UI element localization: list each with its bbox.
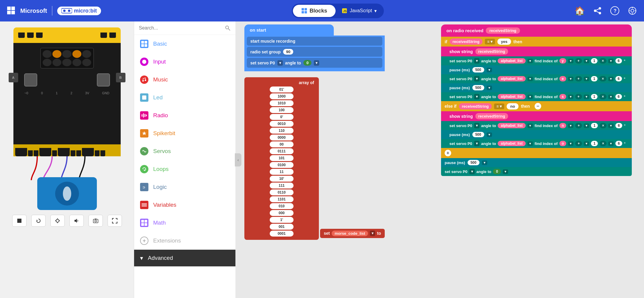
e-char-dropdown[interactable]: ▾ (568, 77, 573, 81)
o-mul-dropdown[interactable]: ▾ (608, 141, 614, 146)
n-char-dropdown[interactable]: ▾ (568, 123, 573, 128)
e-op-dropdown[interactable]: ▾ (584, 77, 589, 81)
start-muscle-block[interactable]: start muscle recording (247, 37, 382, 46)
s-mul-dropdown[interactable]: ▾ (608, 95, 614, 99)
radio-set-group-block[interactable]: radio set group 90 (247, 47, 382, 57)
n-op2-value[interactable]: 6 (615, 123, 622, 128)
s-op2-value[interactable]: 6 (615, 94, 622, 99)
pause-1-dropdown[interactable]: ▾ (487, 68, 492, 72)
settings-icon[interactable] (628, 6, 637, 15)
servo-block-s[interactable]: set servo P0 ▾ angle to alphabet_list ▾ … (441, 92, 632, 101)
pause-3-dropdown[interactable]: ▾ (487, 132, 492, 137)
sidebar-item-advanced[interactable]: ▾ Advanced (134, 250, 235, 266)
pause-val-4[interactable]: 500 (468, 160, 479, 165)
o-op1-value[interactable]: 1 (591, 141, 598, 146)
s-op-dropdown[interactable]: ▾ (584, 95, 589, 99)
screenshot-button[interactable] (89, 215, 103, 227)
angle-dropdown[interactable]: ▾ (314, 60, 319, 66)
p0-s-dropdown[interactable]: ▾ (474, 94, 479, 99)
s-op1-value[interactable]: 1 (591, 94, 598, 99)
sidebar-collapse-handle[interactable]: ‹ (235, 153, 241, 166)
button-b[interactable]: B (116, 73, 125, 82)
final-angle-dropdown[interactable]: ▾ (503, 169, 508, 174)
button-a[interactable]: A (9, 73, 18, 82)
o-op-dropdown[interactable]: ▾ (584, 141, 589, 146)
n-mul-dropdown[interactable]: ▾ (608, 123, 614, 128)
show-string-block-no[interactable]: show string receivedString (441, 111, 632, 121)
e-op1-value[interactable]: 1 (591, 76, 598, 81)
al-e-dropdown[interactable]: ▾ (527, 77, 533, 81)
al-o-dropdown[interactable]: ▾ (527, 141, 533, 146)
pause-2-dropdown[interactable]: ▾ (487, 86, 492, 90)
set-servo-block-start[interactable]: set servo P0 ▾ angle to 0 ▾ (247, 58, 382, 68)
n-op1-value[interactable]: 1 (591, 123, 598, 128)
servo-angle-value[interactable]: 0 (303, 60, 311, 66)
radio-group-value[interactable]: 90 (283, 49, 293, 55)
pause-block-4[interactable]: pause (ms) 500 ▾ (441, 158, 632, 167)
search-input[interactable] (139, 25, 222, 31)
restart-button[interactable] (31, 215, 46, 227)
else-if-op-dropdown[interactable]: = ▾ (494, 104, 504, 109)
sidebar-item-radio[interactable]: Radio (134, 106, 235, 124)
blocks-tab[interactable]: Blocks (293, 5, 336, 17)
pause-val-3[interactable]: 500 (472, 132, 484, 137)
fullscreen-button[interactable] (108, 215, 122, 227)
o-char-dropdown[interactable]: ▾ (568, 141, 573, 146)
sidebar-item-servos[interactable]: Servos (134, 142, 235, 160)
sidebar-item-logic[interactable]: ⊃ Logic (134, 178, 235, 196)
if-yes-value[interactable]: yes (497, 38, 511, 45)
if-op-dropdown[interactable]: = ▾ (485, 39, 495, 44)
y-mul-dropdown[interactable]: ▾ (608, 59, 614, 63)
else-if-minus-btn[interactable]: − (535, 103, 541, 109)
y-op2-value[interactable]: 6 (615, 58, 622, 64)
o-op2-value[interactable]: 6 (615, 141, 622, 146)
p0-n-dropdown[interactable]: ▾ (474, 123, 479, 128)
add-else-btn[interactable]: + (445, 150, 451, 156)
debug-button[interactable] (50, 215, 65, 227)
show-string-block-yes[interactable]: show string receivedString (441, 47, 632, 56)
p0-final-dropdown[interactable]: ▾ (469, 169, 475, 174)
set-morse-block[interactable]: set morse_code_list ▾ to (320, 229, 384, 238)
stop-button[interactable] (12, 215, 27, 227)
pause-4-dropdown[interactable]: ▾ (482, 160, 487, 165)
board-btn-left[interactable] (24, 73, 37, 87)
morse-dropdown[interactable]: ▾ (370, 231, 375, 236)
sidebar-item-math[interactable]: Math (134, 214, 235, 232)
p0-o-dropdown[interactable]: ▾ (474, 141, 479, 146)
microbit-logo[interactable]: micro:bit (57, 7, 101, 15)
al-y-dropdown[interactable]: ▾ (527, 59, 533, 63)
sidebar-item-led[interactable]: Led (134, 89, 235, 106)
sidebar-item-spikerbit[interactable]: Spikerbit (134, 124, 235, 142)
sidebar-item-extensions[interactable]: + Extensions (134, 232, 235, 250)
sidebar-item-music[interactable]: Music (134, 71, 235, 89)
javascript-tab[interactable]: JS JavaScript ▾ (336, 5, 383, 17)
n-op-dropdown[interactable]: ▾ (584, 123, 589, 128)
board-btn-right[interactable] (97, 73, 110, 87)
share-icon[interactable] (593, 7, 602, 15)
sidebar-item-basic[interactable]: Basic (134, 35, 235, 53)
y-char-dropdown[interactable]: ▾ (568, 59, 573, 63)
y-op-dropdown[interactable]: ▾ (584, 59, 589, 63)
pause-val-1[interactable]: 500 (472, 67, 484, 72)
pause-block-3[interactable]: pause (ms) 500 ▾ (441, 130, 632, 139)
y-op1-value[interactable]: 1 (591, 58, 598, 64)
s-char-dropdown[interactable]: ▾ (568, 95, 573, 99)
home-icon[interactable]: 🏠 (575, 6, 585, 16)
e-mul-dropdown[interactable]: ▾ (608, 77, 614, 81)
servo-block-e[interactable]: set servo P0 ▾ angle to alphabet_list ▾ … (441, 74, 632, 83)
e-op2-value[interactable]: 6 (615, 76, 622, 81)
else-if-no-value[interactable]: no (507, 103, 519, 109)
pause-block-2[interactable]: pause (ms) 500 ▾ (441, 83, 632, 92)
help-icon[interactable]: ? (610, 6, 620, 16)
servo-block-y[interactable]: set servo P0 ▾ angle to alphabet_list ▾ … (441, 56, 632, 65)
al-s-dropdown[interactable]: ▾ (527, 95, 533, 99)
al-n-dropdown[interactable]: ▾ (527, 123, 533, 128)
p0-e-dropdown[interactable]: ▾ (474, 76, 479, 81)
servo-block-o[interactable]: set servo P0 ▾ angle to alphabet_list ▾ … (441, 139, 632, 148)
sidebar-item-variables[interactable]: Variables (134, 196, 235, 214)
pause-block-1[interactable]: pause (ms) 500 ▾ (441, 65, 632, 74)
sound-button[interactable] (69, 215, 84, 227)
sidebar-item-loops[interactable]: Loops (134, 160, 235, 178)
pause-val-2[interactable]: 500 (472, 85, 484, 90)
servo-final-block[interactable]: set servo P0 ▾ angle to 0 ▾ (441, 167, 632, 176)
